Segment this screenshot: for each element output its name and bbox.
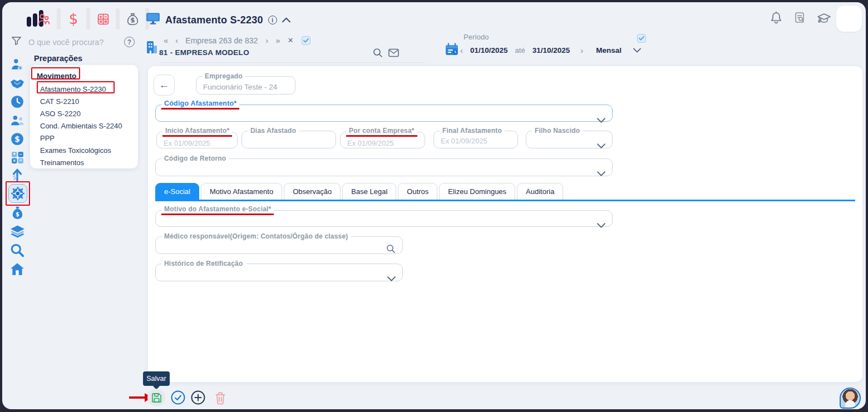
app-window: $ Afastamento S-2230 i [2, 2, 866, 409]
menu-item-cond-ambientais[interactable]: Cond. Ambientais S-2240 [30, 120, 138, 132]
period-mode-chevron-icon[interactable] [633, 45, 641, 55]
filho-nascido-label: Filho Nascido [532, 127, 583, 135]
medico-responsavel-field[interactable]: Médico responsável(Origem: Contatos/Órgã… [155, 232, 403, 254]
chevron-down-icon[interactable] [597, 141, 605, 151]
menu-item-treinamentos[interactable]: Treinamentos [30, 157, 138, 169]
sidebar-growth-icon[interactable] [9, 167, 25, 182]
sidebar-payroll-icon[interactable]: $ [9, 131, 25, 147]
help-icon[interactable]: ? [124, 37, 135, 47]
separator [86, 8, 90, 29]
svg-text:=: = [19, 157, 22, 163]
dias-afastado-field[interactable]: Dias Afastado [241, 127, 336, 148]
sidebar-home-icon[interactable] [9, 261, 25, 277]
document-search-icon[interactable] [793, 11, 806, 27]
graduation-cap-icon[interactable] [817, 11, 831, 27]
company-name: 81 - EMPRESA MODELO [159, 48, 427, 57]
divider [159, 62, 425, 63]
period-prev-button[interactable]: ‹ [460, 46, 463, 55]
inicio-afastamento-input[interactable] [164, 139, 230, 147]
save-tooltip: Salvar [143, 371, 170, 386]
period-start-date[interactable]: 01/10/2025 [470, 46, 508, 54]
sidebar-moneybag-icon[interactable]: $ [9, 205, 25, 221]
moneybag-module-icon[interactable] [125, 12, 140, 26]
period-next-button[interactable]: › [580, 46, 583, 55]
filter-funnel-icon[interactable] [11, 36, 22, 48]
tab-auditoria[interactable]: Auditoria [517, 183, 563, 200]
codigo-afastamento-field[interactable]: Código Afastamento* [155, 100, 613, 122]
sidebar-clock-icon[interactable] [9, 94, 25, 110]
menu-item-afastamento[interactable]: Afastamento S-2230 [30, 83, 138, 96]
info-icon[interactable]: i [268, 16, 277, 24]
company-first-button[interactable]: « [164, 36, 167, 45]
historico-retificacao-field[interactable]: Histórico de Retificação [155, 260, 403, 281]
menu-item-cat[interactable]: CAT S-2210 [30, 96, 138, 108]
sidebar-search-icon[interactable] [9, 242, 25, 258]
empregado-value: Funcionário Teste - 24 [203, 83, 277, 91]
company-prev-button[interactable]: ‹ [175, 36, 177, 45]
period-mode-select[interactable]: Mensal [596, 46, 622, 54]
menu-item-aso[interactable]: ASO S-2220 [30, 108, 138, 120]
back-button[interactable]: ← [154, 75, 175, 96]
topbar-profile-button[interactable] [836, 6, 862, 32]
people-module-icon[interactable] [37, 12, 51, 26]
svg-text:×: × [13, 157, 16, 163]
dias-afastado-input[interactable] [249, 137, 329, 145]
menu-item-exames[interactable]: Exames Toxicológicos [30, 145, 138, 157]
period-end-date[interactable]: 31/10/2025 [532, 46, 570, 54]
svg-text:−: − [19, 151, 22, 157]
screen-icon [146, 12, 160, 28]
menu-group-movimento[interactable]: Movimento [34, 71, 138, 81]
support-chat-avatar[interactable] [840, 388, 861, 409]
active-tab-underline [155, 200, 855, 201]
sidebar-user-config-icon[interactable] [9, 57, 25, 72]
final-afastamento-field[interactable]: Final Afastamento [433, 127, 518, 148]
codigo-retorno-label: Código de Retorno [161, 155, 229, 162]
company-next-button[interactable]: › [265, 36, 268, 45]
medico-responsavel-label: Médico responsável(Origem: Contatos/Órgã… [161, 232, 351, 240]
finance-module-icon[interactable]: $ [66, 12, 81, 26]
codigo-retorno-field[interactable]: Código de Retorno [155, 155, 613, 176]
tab-observacao[interactable]: Observação [284, 183, 341, 200]
calculator-module-icon[interactable] [96, 12, 110, 26]
historico-retificacao-label: Histórico de Retificação [161, 260, 246, 267]
tab-motivo-afastamento[interactable]: Motivo Afastamento [201, 183, 282, 200]
sidebar-esocial-button-active[interactable] [8, 184, 27, 203]
company-last-button[interactable]: » [275, 36, 279, 45]
delete-button[interactable] [213, 391, 228, 405]
chevron-down-icon[interactable] [597, 168, 605, 178]
period-label: Período [463, 33, 662, 41]
motivo-esocial-field[interactable]: Motivo do Afastamento e-Social* [155, 205, 613, 227]
sidebar-calculations-icon[interactable]: +−×= [9, 150, 25, 165]
add-button[interactable] [191, 390, 205, 405]
por-conta-empresa-input[interactable] [347, 139, 418, 147]
por-conta-empresa-field[interactable]: Por conta Empresa* [340, 127, 425, 148]
company-search-icon[interactable] [373, 48, 383, 60]
company-building-icon [146, 40, 158, 57]
company-mail-icon[interactable] [388, 48, 399, 59]
field-search-icon[interactable] [386, 244, 396, 256]
inicio-afastamento-field[interactable]: Início Afastamento* [156, 127, 238, 148]
search-input[interactable] [28, 38, 117, 47]
sidebar-layers-icon[interactable] [9, 224, 25, 239]
tab-base-legal[interactable]: Base Legal [342, 183, 396, 200]
chevron-down-icon[interactable] [387, 274, 396, 284]
chevron-down-icon[interactable] [597, 220, 605, 230]
collapse-chevron-icon[interactable] [282, 15, 290, 25]
sidebar-employees-icon[interactable] [9, 113, 25, 128]
period-checkbox[interactable] [637, 34, 646, 43]
tab-outros[interactable]: Outros [398, 183, 437, 200]
chevron-down-icon[interactable] [597, 115, 605, 125]
save-button[interactable] [147, 389, 165, 406]
sidebar-handshake-icon[interactable] [9, 76, 25, 91]
tab-elizeu-domingues[interactable]: Elizeu Domingues [439, 183, 515, 200]
tab-esocial[interactable]: e-Social [155, 183, 199, 200]
annotation-arrow-line [129, 396, 146, 399]
notifications-bell-icon[interactable] [770, 11, 782, 27]
final-afastamento-input[interactable] [441, 137, 511, 145]
filho-nascido-field[interactable]: Filho Nascido [526, 127, 613, 148]
form-tabs: e-Social Motivo Afastamento Observação B… [155, 183, 563, 200]
confirm-button[interactable] [171, 390, 185, 405]
company-clear-button[interactable]: ✕ [288, 36, 294, 44]
menu-item-ppp[interactable]: PPP [30, 132, 138, 145]
company-checkbox[interactable] [302, 36, 310, 45]
